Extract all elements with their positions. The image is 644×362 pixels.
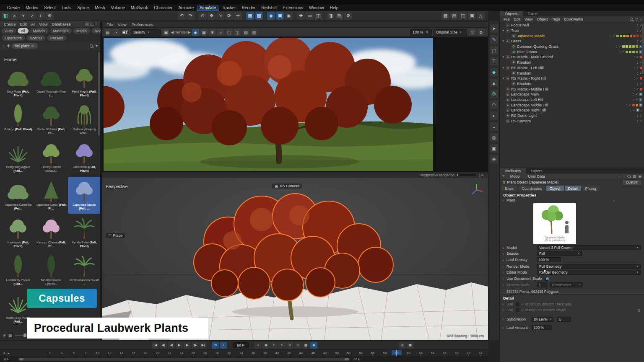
attribute-search-icon[interactable] <box>627 175 631 178</box>
material-chip[interactable] <box>629 51 631 53</box>
layout-toggle-icon[interactable]: ◫ <box>90 22 93 26</box>
playhead[interactable] <box>396 350 397 357</box>
filter-materials[interactable]: Materials <box>50 28 72 34</box>
object-home-icon[interactable]: ⌂ <box>640 17 642 21</box>
modeling-axis-button[interactable]: ✚ <box>297 12 305 20</box>
current-frame-field[interactable]: 60 F <box>233 342 249 348</box>
save-image-icon[interactable]: ▤ <box>104 29 111 36</box>
object-row[interactable]: ✱Random:✓ <box>500 60 644 65</box>
snap-button[interactable]: ◈ <box>267 12 275 20</box>
layout-1-button[interactable]: ▦ <box>441 12 449 20</box>
visibility-dots[interactable]: : <box>619 50 621 54</box>
menu-volume[interactable]: Volume <box>108 5 127 10</box>
asset-item[interactable]: Japanese Maple (Fall, ... <box>68 177 100 214</box>
cube-primitive-icon[interactable]: ◻ <box>490 46 498 54</box>
material-chip[interactable] <box>626 45 628 48</box>
rt-mode-label[interactable]: RT <box>121 30 130 35</box>
tab-layers[interactable]: Layers <box>526 168 547 173</box>
material-ball-icon[interactable]: ◍ <box>490 133 498 142</box>
grid-view-icon[interactable]: ▦ <box>8 333 12 338</box>
object-row[interactable]: ▾■RS Matrix - Right Hill:✓ <box>500 76 644 81</box>
camera-hud[interactable]: ▣RS Camera <box>272 184 302 189</box>
filter-settings-icon[interactable]: ▾ <box>96 44 98 48</box>
layout-3-button[interactable]: ◫ <box>459 12 467 20</box>
object-row[interactable]: ◎RS Camera:⊹ <box>500 118 644 124</box>
visibility-dots[interactable]: : <box>637 23 639 27</box>
object-label[interactable]: Tree <box>511 28 519 33</box>
sculpt-icon[interactable]: ❋ <box>490 155 498 163</box>
asset-item[interactable]: Field Maple (Fall, Plant) <box>68 64 100 101</box>
ipr-icon[interactable]: ▥ <box>251 29 258 36</box>
object-row[interactable]: ✱Random:✓ <box>500 81 644 87</box>
object-label[interactable]: Landscape Middle Hill <box>511 103 548 107</box>
asset-item[interactable]: Mediterranean Dwarf ... <box>68 252 100 289</box>
menu-select[interactable]: Select <box>41 5 59 10</box>
param-dot[interactable]: ◇ <box>500 303 506 306</box>
record-rotation-button[interactable]: R <box>286 342 293 349</box>
visibility-dots[interactable]: : <box>637 71 639 75</box>
search-tag[interactable]: fall plant✕ <box>12 43 37 49</box>
section-tab-detail[interactable]: Detail <box>565 186 581 191</box>
snapshot-icon[interactable]: ❄ <box>209 29 216 36</box>
menu-mograph[interactable]: MoGraph <box>128 5 151 10</box>
enabled-check-icon[interactable]: ✓ <box>622 50 625 54</box>
field-tag-icon[interactable]: F <box>639 98 642 101</box>
asset-item[interactable]: Kentia Palm (Fall, Plant) <box>68 215 100 251</box>
region-render-icon[interactable]: ▢ <box>226 29 233 36</box>
object-label[interactable]: Random <box>517 71 531 75</box>
anim-dot[interactable]: ● <box>500 246 506 249</box>
mirror-button[interactable]: ◫ <box>314 12 322 20</box>
enabled-check-icon[interactable]: ✓ <box>628 103 631 107</box>
go-to-end-button[interactable]: ▶| <box>200 342 207 349</box>
range-end-handle[interactable] <box>345 358 349 360</box>
object-row[interactable]: ✿Japanese Maple:✓ <box>500 33 644 39</box>
object-menu-tags[interactable]: Tags <box>550 17 562 21</box>
object-filter-icon[interactable]: ▽ <box>635 17 638 21</box>
key-icon[interactable]: ✦ <box>3 351 6 355</box>
mirror-half-icon[interactable]: ◐ <box>490 111 498 120</box>
record-position-button[interactable]: P <box>270 342 278 349</box>
enabled-check-icon[interactable]: ✓ <box>636 77 639 80</box>
object-row[interactable]: ■RS Matrix - Middle Hill:✓ <box>500 86 644 92</box>
add-filter-icon[interactable]: ✚ <box>7 44 10 48</box>
menu-redshift[interactable]: Redshift <box>258 5 280 10</box>
z-axis-lock-button[interactable]: Z <box>28 12 36 20</box>
enabled-check-icon[interactable]: ✓ <box>613 34 615 38</box>
field-tag-icon[interactable]: F <box>639 93 642 96</box>
thumb-size-icon[interactable]: ▤ <box>85 22 89 26</box>
object-row[interactable]: ✿Blue Grama:✓F <box>500 49 644 54</box>
camera-target-icon[interactable]: ⊹ <box>639 119 642 123</box>
enabled-check-icon[interactable]: ✓ <box>635 93 638 96</box>
spline-arc-icon[interactable]: ◠ <box>490 101 498 109</box>
menu-mesh[interactable]: Mesh <box>92 5 108 10</box>
grid-overlay-icon[interactable]: ▦ <box>200 29 208 36</box>
visibility-dots[interactable]: : <box>633 92 634 96</box>
record-parameter-button[interactable]: ◇ <box>294 342 301 349</box>
simulate-scene-button[interactable]: ▦ <box>246 12 254 20</box>
expand-arrow-icon[interactable]: ▾ <box>501 77 505 80</box>
visibility-dots[interactable]: : <box>637 114 639 118</box>
visibility-dots[interactable]: : <box>637 60 639 65</box>
enabled-check-icon[interactable]: ✓ <box>639 114 642 118</box>
menu-character[interactable]: Character <box>151 5 176 10</box>
visibility-dots[interactable]: : <box>616 44 618 49</box>
object-menu-object[interactable]: Object <box>535 17 550 21</box>
object-label[interactable]: Landscape Left Hill <box>511 98 543 102</box>
filter-media[interactable]: Media <box>73 28 90 34</box>
previous-key-button[interactable]: ◀| <box>160 342 167 349</box>
enabled-check-icon[interactable]: ✓ <box>636 66 639 70</box>
object-label[interactable]: Focus Null <box>511 23 529 27</box>
render-to-pv-button[interactable]: ▤ <box>335 12 343 20</box>
enabled-check-icon[interactable]: ✓ <box>636 55 639 59</box>
material-chip[interactable] <box>640 88 642 90</box>
object-row[interactable]: ☀RS Dome Light:✓ <box>500 113 644 119</box>
axis-gizmo[interactable] <box>470 183 484 197</box>
object-menu-view[interactable]: View <box>522 17 535 21</box>
play-button[interactable]: ▶ <box>176 342 183 349</box>
material-chip[interactable] <box>626 35 629 37</box>
asset-menu-create[interactable]: Create <box>2 22 18 26</box>
render-mode-dropdown[interactable]: Full Geometry▾ <box>537 264 641 269</box>
field-tag-icon[interactable]: F <box>639 103 642 107</box>
expand-arrow-icon[interactable]: ▾ <box>501 66 505 70</box>
hamburger-icon[interactable]: ≡ <box>502 174 505 178</box>
